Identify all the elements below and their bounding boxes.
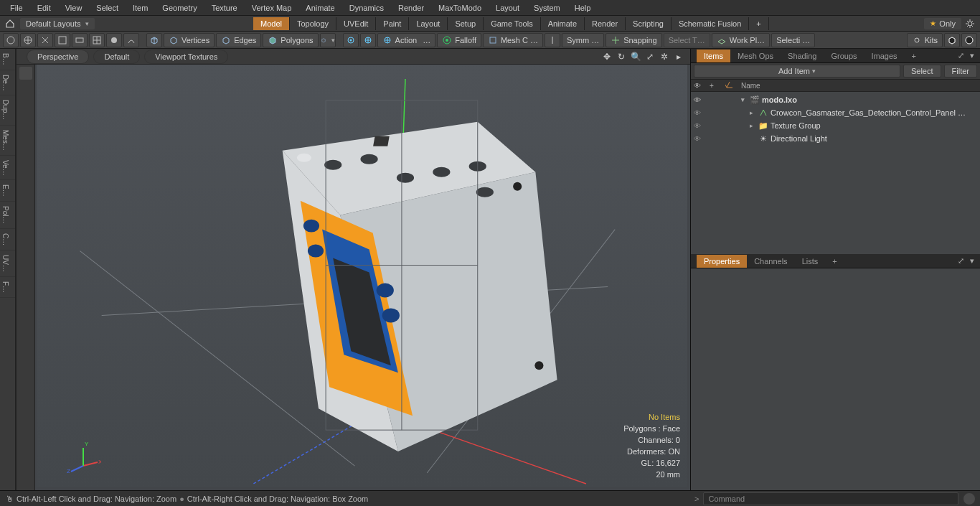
pivot-icon[interactable] [360,33,376,47]
lefttab-6[interactable]: Pol… [0,202,15,228]
tab-schematic[interactable]: Schematic Fusion [672,17,749,30]
vp-tab-perspective[interactable]: Perspective [27,50,89,64]
lefttab-4[interactable]: Ve… [0,156,15,181]
prim-circle-icon[interactable] [3,33,19,47]
lefttab-5[interactable]: E… [0,180,15,202]
prim-invert-icon[interactable] [123,33,139,47]
tab-paint[interactable]: Paint [376,17,409,30]
add-item-button[interactable]: Add Item [694,65,900,78]
meshc-button[interactable]: Mesh C … [483,33,543,47]
lefttab-8[interactable]: UV… [0,250,15,277]
eye-icon[interactable]: 👁 [694,96,705,104]
twisty-icon[interactable]: ▾ [741,96,750,103]
ptab-properties[interactable]: Properties [697,255,747,268]
menu-texture[interactable]: Texture [204,4,245,12]
twisty-icon[interactable]: ▸ [750,122,758,129]
home-icon[interactable] [3,17,17,31]
ptab-add2[interactable]: + [825,255,844,268]
eye-column-icon[interactable]: 👁 [691,82,707,90]
menu-animate[interactable]: Animate [298,4,341,12]
menu-file[interactable]: File [3,4,30,12]
lefttab-2[interactable]: Dup… [0,95,15,125]
symm-icon[interactable] [545,33,560,47]
viewport-canvas[interactable]: No Items Polygons : Face Channels: 0 Def… [37,65,687,487]
vp-rotate-icon[interactable]: ↻ [616,51,627,62]
panel-menu-icon[interactable]: ▾ [967,256,977,266]
menu-help[interactable]: Help [567,4,598,12]
polygons-button[interactable]: Polygons [263,33,318,47]
symm-button[interactable]: Symm … [562,33,604,47]
kits-button[interactable]: Kits [907,33,943,47]
menu-dynamics[interactable]: Dynamics [342,4,391,12]
tab-add[interactable]: + [749,17,768,30]
menu-geometry[interactable]: Geometry [155,4,204,12]
tab-uvedit[interactable]: UVEdit [336,17,376,30]
select-button[interactable]: Select [903,65,941,78]
only-button[interactable]: ★Only [924,18,961,29]
eye-icon[interactable]: 👁 [694,109,705,117]
menu-edit[interactable]: Edit [30,4,58,12]
tree-row-texture[interactable]: 👁 ▸ 📁 Texture Group [691,119,980,132]
menu-select[interactable]: Select [89,4,126,12]
items-tree[interactable]: 👁 ▾ 🎬 modo.lxo 👁 ▸ Crowcon_Gasmaster_Gas… [691,92,980,254]
lefttab-7[interactable]: C… [0,229,15,250]
twisty-icon[interactable]: ▸ [750,109,758,116]
ptab-groups[interactable]: Groups [824,50,864,62]
vp-tab-default[interactable]: Default [93,50,140,64]
ptab-lists[interactable]: Lists [795,255,826,268]
ptab-shading[interactable]: Shading [781,50,824,62]
tree-row-scene[interactable]: 👁 ▾ 🎬 modo.lxo [691,93,980,106]
filter-button[interactable]: Filter [944,65,977,78]
lefttab-9[interactable]: F… [0,277,15,298]
mode-cube-icon[interactable] [146,33,162,47]
menu-maxtomodo[interactable]: MaxToModo [431,4,489,12]
falloff-button[interactable]: Falloff [437,33,481,47]
menu-vertexmap[interactable]: Vertex Map [245,4,299,12]
lefttab-0[interactable]: B… [0,49,15,70]
ptab-images[interactable]: Images [864,50,905,62]
eye-icon[interactable]: 👁 [694,135,705,143]
tab-layout[interactable]: Layout [409,17,448,30]
panel-menu-icon[interactable]: ▾ [967,51,977,61]
snapping-button[interactable]: Snapping [606,33,662,47]
tab-render[interactable]: Render [585,17,626,30]
lefttab-1[interactable]: De… [0,70,15,96]
command-input[interactable]: Command [703,492,958,505]
panel-expand-icon[interactable]: ⤢ [956,51,966,61]
action-button[interactable]: Action… [377,33,436,47]
vp-move-icon[interactable]: ✥ [601,51,613,62]
axis-gizmo[interactable]: Y X Z [65,437,101,473]
vp-tab-textures[interactable]: Viewport Textures [144,50,228,64]
eye-icon[interactable]: 👁 [694,122,705,130]
ptab-meshops[interactable]: Mesh Ops [730,50,781,62]
tab-animate[interactable]: Animate [541,17,585,30]
menu-layout[interactable]: Layout [489,4,527,12]
vp-gear-icon[interactable]: ✲ [659,51,670,62]
tree-row-mesh[interactable]: 👁 ▸ Crowcon_Gasmaster_Gas_Detection_Cont… [691,106,980,119]
prim-paint-icon[interactable] [106,33,122,47]
plus-column-icon[interactable]: + [707,82,722,90]
vertices-button[interactable]: Vertices [164,33,215,47]
prim-grid-icon[interactable] [55,33,70,47]
prim-grid2-icon[interactable] [89,33,105,47]
tab-setup[interactable]: Setup [448,17,484,30]
record-icon[interactable] [963,492,976,505]
name-column[interactable]: Name [738,82,980,90]
vp-tool-1[interactable] [19,67,32,80]
selectt-button[interactable]: Select T… [664,33,710,47]
viewport[interactable]: Perspective Default Viewport Textures ✥ … [16,49,690,490]
ptab-channels[interactable]: Channels [747,255,794,268]
vp-fit-icon[interactable]: ⤢ [644,51,656,62]
menu-render[interactable]: Render [391,4,431,12]
vp-zoom-icon[interactable]: 🔍 [630,51,641,62]
mode-misc-icon[interactable] [320,33,336,47]
tab-gametools[interactable]: Game Tools [484,17,541,30]
unreal-icon[interactable] [961,33,977,47]
menu-item[interactable]: Item [126,4,155,12]
ptab-add[interactable]: + [905,50,923,62]
menu-system[interactable]: System [527,4,567,12]
tab-scripting[interactable]: Scripting [626,17,672,30]
tree-row-light[interactable]: 👁 ☀ Directional Light [691,132,980,145]
prim-globe-icon[interactable] [20,33,36,47]
workpl-button[interactable]: Work Pl… [712,33,770,47]
